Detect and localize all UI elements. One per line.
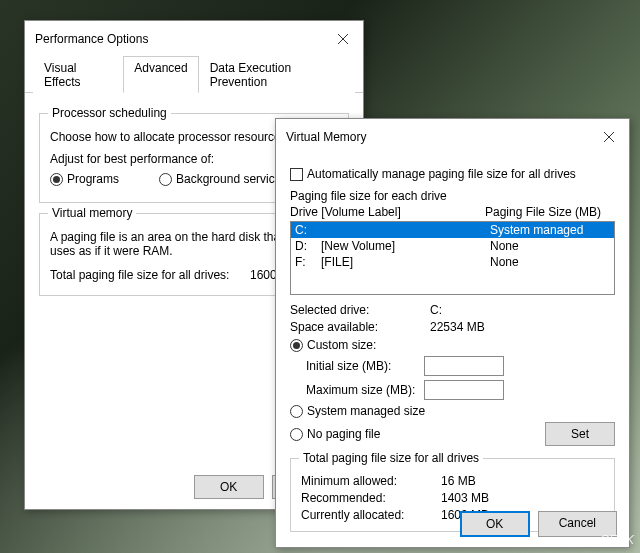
- tab-advanced[interactable]: Advanced: [123, 56, 198, 93]
- vm-group-title: Virtual memory: [48, 206, 136, 220]
- perf-titlebar: Performance Options: [25, 21, 363, 55]
- watermark-text: GENK: [600, 533, 634, 547]
- maximum-size-label: Maximum size (MB):: [306, 383, 424, 397]
- virtual-memory-window: Virtual Memory Automatically manage pagi…: [275, 118, 630, 548]
- header-size: Paging File Size (MB): [485, 205, 615, 219]
- set-button[interactable]: Set: [545, 422, 615, 446]
- drive-row[interactable]: F: [FILE] None: [291, 254, 614, 270]
- close-icon: [338, 34, 348, 44]
- radio-background-label: Background services: [176, 172, 287, 186]
- initial-size-label: Initial size (MB):: [306, 359, 424, 373]
- vm-total-label: Total paging file size for all drives:: [50, 268, 250, 282]
- watermark-dot-icon: [592, 537, 598, 543]
- min-value: 16 MB: [441, 474, 476, 488]
- drive-list-header: Drive [Volume Label] Paging File Size (M…: [290, 205, 615, 219]
- drive-letter: C:: [295, 223, 321, 237]
- selected-drive-label: Selected drive:: [290, 303, 430, 317]
- radio-icon: [50, 173, 63, 186]
- radio-icon: [290, 339, 303, 352]
- drive-size: System managed: [490, 223, 610, 237]
- radio-custom-label: Custom size:: [307, 338, 376, 352]
- initial-size-row: Initial size (MB):: [306, 356, 615, 376]
- radio-programs[interactable]: Programs: [50, 172, 119, 186]
- radio-icon: [159, 173, 172, 186]
- drive-label: [New Volume]: [321, 239, 490, 253]
- rec-label: Recommended:: [301, 491, 441, 505]
- perf-ok-button[interactable]: OK: [194, 475, 264, 499]
- close-icon: [604, 132, 614, 142]
- initial-size-input[interactable]: [424, 356, 504, 376]
- rec-row: Recommended: 1403 MB: [301, 491, 604, 505]
- maximum-size-row: Maximum size (MB):: [306, 380, 615, 400]
- perf-close-button[interactable]: [333, 29, 353, 49]
- space-label: Space available:: [290, 320, 430, 334]
- maximum-size-input[interactable]: [424, 380, 504, 400]
- vm-content: Automatically manage paging file size fo…: [276, 153, 629, 552]
- radio-icon: [290, 405, 303, 418]
- drive-letter: F:: [295, 255, 321, 269]
- vm-titlebar: Virtual Memory: [276, 119, 629, 153]
- radio-custom-size[interactable]: Custom size:: [290, 338, 615, 352]
- radio-no-paging[interactable]: No paging file: [290, 427, 380, 441]
- vm-title: Virtual Memory: [286, 130, 366, 144]
- header-drive: Drive [Volume Label]: [290, 205, 485, 219]
- min-row: Minimum allowed: 16 MB: [301, 474, 604, 488]
- radio-system-managed[interactable]: System managed size: [290, 404, 615, 418]
- custom-size-section: Initial size (MB): Maximum size (MB):: [306, 356, 615, 400]
- perf-title: Performance Options: [35, 32, 148, 46]
- drive-label: [321, 223, 490, 237]
- each-drive-label: Paging file size for each drive: [290, 189, 615, 203]
- selected-drive-row: Selected drive: C:: [290, 303, 615, 317]
- cur-label: Currently allocated:: [301, 508, 441, 522]
- drive-row[interactable]: D: [New Volume] None: [291, 238, 614, 254]
- radio-icon: [290, 428, 303, 441]
- vm-close-button[interactable]: [599, 127, 619, 147]
- tab-dep[interactable]: Data Execution Prevention: [199, 56, 355, 93]
- processor-group-title: Processor scheduling: [48, 106, 171, 120]
- total-group-title: Total paging file size for all drives: [299, 451, 483, 465]
- tab-visual-effects[interactable]: Visual Effects: [33, 56, 123, 93]
- auto-manage-checkbox[interactable]: Automatically manage paging file size fo…: [290, 167, 615, 181]
- checkbox-icon: [290, 168, 303, 181]
- drive-row[interactable]: C: System managed: [291, 222, 614, 238]
- radio-background[interactable]: Background services: [159, 172, 287, 186]
- drive-label: [FILE]: [321, 255, 490, 269]
- space-available-row: Space available: 22534 MB: [290, 320, 615, 334]
- selected-drive-value: C:: [430, 303, 442, 317]
- space-value: 22534 MB: [430, 320, 485, 334]
- drive-letter: D:: [295, 239, 321, 253]
- vm-ok-button[interactable]: OK: [460, 511, 530, 537]
- radio-programs-label: Programs: [67, 172, 119, 186]
- auto-manage-label: Automatically manage paging file size fo…: [307, 167, 576, 181]
- drive-list[interactable]: C: System managed D: [New Volume] None F…: [290, 221, 615, 295]
- rec-value: 1403 MB: [441, 491, 489, 505]
- no-paging-row: No paging file Set: [290, 422, 615, 446]
- watermark: GENK: [592, 533, 634, 547]
- drive-size: None: [490, 239, 610, 253]
- drive-size: None: [490, 255, 610, 269]
- radio-sysmanaged-label: System managed size: [307, 404, 425, 418]
- radio-nopaging-label: No paging file: [307, 427, 380, 441]
- perf-tabs: Visual Effects Advanced Data Execution P…: [25, 55, 363, 93]
- min-label: Minimum allowed:: [301, 474, 441, 488]
